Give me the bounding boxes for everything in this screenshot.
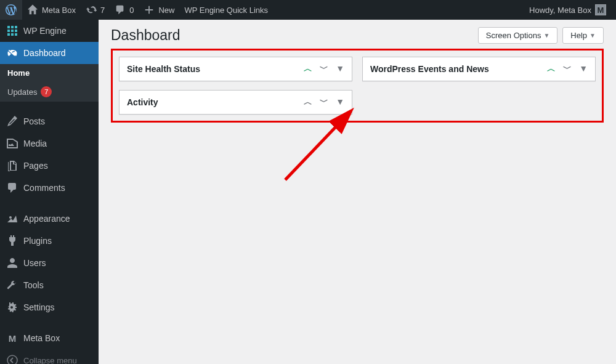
comment-icon <box>115 4 126 15</box>
collapse-menu-button[interactable]: Collapse menu <box>0 349 99 364</box>
caret-down-icon: ▼ <box>590 32 596 39</box>
my-account-link[interactable]: Howdy, Meta Box M <box>524 0 611 20</box>
svg-rect-0 <box>7 26 10 28</box>
comments-link[interactable]: 0 <box>110 0 139 20</box>
new-content-link[interactable]: New <box>139 0 179 20</box>
sidebar-label: Settings <box>23 302 55 312</box>
sidebar-label: Posts <box>23 116 45 126</box>
settings-icon <box>6 301 18 313</box>
admin-bar-right: Howdy, Meta Box M <box>524 0 616 20</box>
dashboard-column-right: WordPress Events and News ︿ ﹀ ▼ <box>362 57 596 115</box>
wp-engine-icon <box>6 25 18 37</box>
wpengine-quicklinks-text: WP Engine Quick Links <box>184 6 268 15</box>
panel-header: WordPress Events and News ︿ ﹀ ▼ <box>363 57 595 81</box>
toggle-panel-icon[interactable]: ▼ <box>579 63 588 75</box>
new-content-text: New <box>158 6 174 15</box>
admin-sidebar: WP Engine Dashboard Home Updates 7 Posts… <box>0 20 99 364</box>
plus-icon <box>144 4 155 15</box>
sidebar-item-settings[interactable]: Settings <box>0 296 99 318</box>
move-up-icon[interactable]: ︿ <box>304 63 312 75</box>
appearance-icon <box>6 212 18 225</box>
avatar: M <box>595 4 606 15</box>
sidebar-item-pages[interactable]: Pages <box>0 155 99 177</box>
sidebar-label: Meta Box <box>23 333 60 343</box>
sidebar-item-users[interactable]: Users <box>0 252 99 274</box>
sidebar-item-meta-box[interactable]: M Meta Box <box>0 327 99 349</box>
tools-icon <box>6 279 18 291</box>
content-header: Dashboard Screen Options ▼ Help ▼ <box>111 20 604 49</box>
site-name-link[interactable]: Meta Box <box>22 0 81 20</box>
panel-site-health[interactable]: Site Health Status ︿ ﹀ ▼ <box>119 57 352 81</box>
sidebar-item-media[interactable]: Media <box>0 132 99 155</box>
update-count-badge: 7 <box>41 86 52 97</box>
page-title: Dashboard <box>111 27 180 44</box>
sidebar-item-dashboard[interactable]: Dashboard <box>0 42 99 64</box>
sidebar-item-tools[interactable]: Tools <box>0 274 99 296</box>
comments-count-text: 0 <box>129 6 134 15</box>
wordpress-icon <box>5 4 17 16</box>
update-icon <box>86 4 97 15</box>
wp-logo-link[interactable] <box>0 0 22 20</box>
plugins-icon <box>6 235 18 247</box>
submenu-label: Updates <box>7 87 37 97</box>
updates-count-text: 7 <box>100 6 105 15</box>
content-area: Dashboard Screen Options ▼ Help ▼ Site H… <box>99 20 616 364</box>
panel-wordpress-events[interactable]: WordPress Events and News ︿ ﹀ ▼ <box>362 57 596 81</box>
wpengine-quicklinks-link[interactable]: WP Engine Quick Links <box>179 0 273 20</box>
comments-icon <box>6 182 18 194</box>
toggle-panel-icon[interactable]: ▼ <box>336 63 344 75</box>
svg-line-11 <box>285 112 350 180</box>
screen-options-button[interactable]: Screen Options ▼ <box>478 27 558 44</box>
svg-rect-1 <box>11 26 14 28</box>
move-down-icon[interactable]: ﹀ <box>320 63 328 75</box>
home-icon <box>27 4 38 15</box>
sidebar-label: WP Engine <box>23 26 67 36</box>
dashboard-submenu: Home Updates 7 <box>0 64 99 102</box>
caret-down-icon: ▼ <box>543 32 549 39</box>
move-down-icon[interactable]: ﹀ <box>563 63 572 75</box>
dashboard-column-left: Site Health Status ︿ ﹀ ▼ Activity ︿ ﹀ ▼ <box>119 57 352 115</box>
panel-activity[interactable]: Activity ︿ ﹀ ▼ <box>119 90 352 115</box>
svg-rect-6 <box>7 33 10 36</box>
sidebar-item-posts[interactable]: Posts <box>0 110 99 132</box>
admin-bar: Meta Box 7 0 New WP Engine Quick Links H… <box>0 0 616 20</box>
collapse-label: Collapse menu <box>23 356 77 365</box>
panel-controls: ︿ ﹀ ▼ <box>304 63 344 75</box>
sidebar-label: Comments <box>23 183 65 193</box>
users-icon <box>6 257 18 269</box>
sidebar-item-comments[interactable]: Comments <box>0 177 99 199</box>
move-up-icon[interactable]: ︿ <box>304 97 312 108</box>
highlight-annotation-box: Site Health Status ︿ ﹀ ▼ Activity ︿ ﹀ ▼ <box>111 49 604 123</box>
dashboard-icon <box>6 47 18 59</box>
content-actions: Screen Options ▼ Help ▼ <box>478 27 604 44</box>
submenu-item-home[interactable]: Home <box>0 64 99 82</box>
sidebar-label: Tools <box>23 280 44 290</box>
sidebar-label: Users <box>23 258 46 268</box>
toggle-panel-icon[interactable]: ▼ <box>336 97 344 108</box>
meta-box-icon: M <box>6 332 18 344</box>
submenu-item-updates[interactable]: Updates 7 <box>0 82 99 102</box>
svg-rect-7 <box>11 33 14 36</box>
sidebar-label: Dashboard <box>23 48 66 58</box>
media-icon <box>6 137 18 150</box>
panel-title: Activity <box>127 97 158 107</box>
svg-rect-3 <box>7 30 10 32</box>
svg-rect-5 <box>15 30 17 32</box>
help-button[interactable]: Help ▼ <box>562 27 604 44</box>
svg-rect-8 <box>15 33 17 36</box>
panel-header: Site Health Status ︿ ﹀ ▼ <box>120 57 352 81</box>
sidebar-label: Plugins <box>23 236 52 246</box>
sidebar-item-plugins[interactable]: Plugins <box>0 230 99 252</box>
sidebar-item-appearance[interactable]: Appearance <box>0 208 99 230</box>
menu-separator <box>0 318 99 327</box>
sidebar-item-wp-engine[interactable]: WP Engine <box>0 20 99 42</box>
move-down-icon[interactable]: ﹀ <box>320 97 328 108</box>
updates-link[interactable]: 7 <box>81 0 110 20</box>
move-up-icon[interactable]: ︿ <box>547 63 556 75</box>
panel-controls: ︿ ﹀ ▼ <box>547 63 588 75</box>
sidebar-label: Pages <box>23 161 48 171</box>
help-label: Help <box>570 31 587 40</box>
sidebar-label: Appearance <box>23 214 70 224</box>
screen-options-label: Screen Options <box>486 31 541 40</box>
panel-controls: ︿ ﹀ ▼ <box>304 97 344 108</box>
